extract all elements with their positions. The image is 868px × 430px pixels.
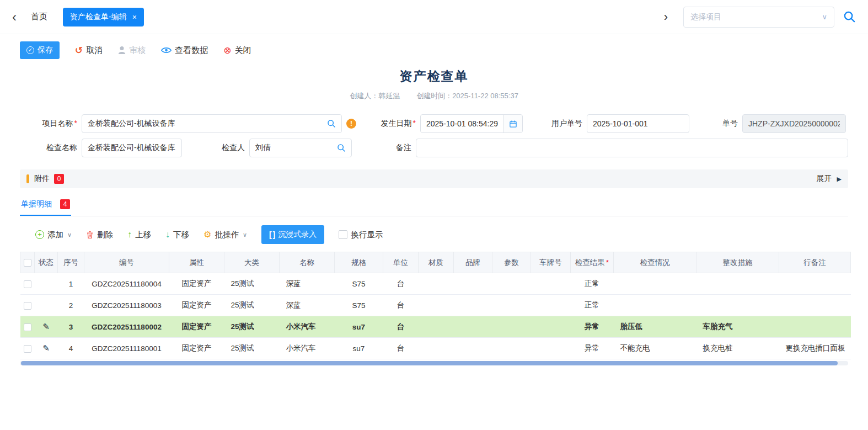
table-row[interactable]: 2GDZC202511180003固定资产25测试深蓝S75台正常 bbox=[20, 295, 851, 316]
scrollbar-thumb[interactable] bbox=[21, 361, 838, 365]
cell-attr: 固定资产 bbox=[169, 338, 224, 359]
project-name-input[interactable] bbox=[88, 119, 327, 128]
edit-pencil-icon[interactable]: ✎ bbox=[42, 322, 50, 331]
creator-label: 创建人： bbox=[350, 92, 378, 100]
row-checkbox[interactable] bbox=[24, 280, 31, 288]
attachment-expand-button[interactable]: 展开 ▶ bbox=[817, 174, 842, 184]
remark-input[interactable] bbox=[422, 144, 842, 152]
move-up-button[interactable]: ↑ 上移 bbox=[127, 230, 151, 240]
row-checkbox[interactable] bbox=[24, 323, 31, 331]
select-all-cell bbox=[20, 252, 35, 273]
table-row[interactable]: ✎3GDZC202511180002固定资产25测试小米汽车su7台异常胎压低车… bbox=[20, 316, 851, 338]
column-header-param: 参数 bbox=[492, 252, 531, 273]
required-asterisk: * bbox=[74, 119, 77, 128]
wrap-display-checkbox[interactable] bbox=[339, 230, 347, 239]
batch-operation-button[interactable]: ⚙ 批操作 ∨ bbox=[203, 230, 247, 240]
order-no-field bbox=[742, 114, 846, 133]
cell-measure bbox=[696, 295, 779, 316]
calendar-icon[interactable] bbox=[503, 115, 522, 132]
info-icon[interactable]: ! bbox=[346, 119, 356, 129]
check-name-input[interactable] bbox=[88, 144, 176, 152]
cell-result: 异常 bbox=[571, 316, 614, 338]
wrap-display-toggle[interactable]: 换行显示 bbox=[339, 230, 383, 240]
column-header-remark: 行备注 bbox=[779, 252, 851, 273]
cell-plate bbox=[531, 338, 571, 359]
tab-home[interactable]: 首页 bbox=[31, 12, 47, 22]
table-row[interactable]: 1GDZC202511180004固定资产25测试深蓝S75台正常 bbox=[20, 273, 851, 295]
project-name-field[interactable] bbox=[82, 114, 342, 133]
horizontal-scrollbar bbox=[20, 361, 848, 365]
column-header-seq: 序号 bbox=[58, 252, 84, 273]
forward-chevron-icon[interactable]: › bbox=[664, 10, 668, 24]
cell-status bbox=[35, 273, 58, 295]
header-form: 项目名称* ! 发生日期* 用户单号 单号 检查名称 检查人 bbox=[0, 114, 868, 157]
plus-icon: + bbox=[35, 230, 44, 239]
cell-unit: 台 bbox=[383, 273, 419, 295]
cell-spec: su7 bbox=[335, 316, 383, 338]
tab-close-icon[interactable]: × bbox=[132, 13, 137, 22]
cell-material bbox=[419, 338, 454, 359]
page-title: 资产检查单 bbox=[0, 68, 868, 85]
required-asterisk: * bbox=[606, 258, 609, 267]
project-select[interactable]: 选择项目 ∨ bbox=[683, 7, 834, 28]
view-data-button[interactable]: 查看数据 bbox=[161, 45, 208, 56]
row-checkbox[interactable] bbox=[24, 302, 31, 310]
save-button[interactable]: ✓ 保存 bbox=[20, 41, 60, 59]
check-name-field[interactable] bbox=[82, 139, 182, 157]
column-header-attr: 属性 bbox=[169, 252, 224, 273]
close-circle-icon: ⊗ bbox=[223, 46, 231, 55]
cell-name: 小米汽车 bbox=[280, 316, 335, 338]
cell-remark bbox=[779, 316, 851, 338]
undo-icon: ↺ bbox=[75, 46, 83, 55]
delete-button[interactable]: 删除 bbox=[86, 230, 113, 240]
add-button[interactable]: + 添加 ∨ bbox=[35, 230, 72, 240]
expand-arrow-icon: ▶ bbox=[837, 176, 842, 183]
cell-code[interactable]: GDZC202511180004 bbox=[84, 273, 169, 295]
immersive-entry-button[interactable]: [ ] 沉浸式录入 bbox=[261, 225, 324, 244]
cell-code[interactable]: GDZC202511180001 bbox=[84, 338, 169, 359]
attachment-count-badge: 0 bbox=[54, 174, 64, 184]
cell-code[interactable]: GDZC202511180003 bbox=[84, 295, 169, 316]
search-icon[interactable] bbox=[843, 10, 856, 23]
select-all-checkbox[interactable] bbox=[24, 259, 31, 267]
action-toolbar: ✓ 保存 ↺ 取消 审核 查看数据 ⊗ 关闭 bbox=[0, 34, 868, 65]
occur-date-input[interactable] bbox=[426, 119, 503, 128]
checker-input[interactable] bbox=[255, 144, 337, 152]
close-button[interactable]: ⊗ 关闭 bbox=[223, 45, 251, 56]
project-name-label: 项目名称* bbox=[20, 119, 77, 129]
row-checkbox[interactable] bbox=[24, 345, 31, 353]
cell-code[interactable]: GDZC202511180002 bbox=[84, 316, 169, 338]
doc-meta: 创建人：韩延温 创建时间：2025-11-22 08:55:37 bbox=[0, 91, 868, 101]
lookup-search-icon[interactable] bbox=[327, 119, 336, 128]
cell-result: 正常 bbox=[571, 273, 614, 295]
chevron-down-icon: ∨ bbox=[243, 231, 247, 238]
check-name-label: 检查名称 bbox=[20, 143, 77, 153]
cell-seq: 1 bbox=[58, 273, 84, 295]
cell-status bbox=[35, 295, 58, 316]
cell-category: 25测试 bbox=[224, 338, 280, 359]
remark-field[interactable] bbox=[416, 139, 848, 157]
user-order-no-input[interactable] bbox=[593, 119, 683, 128]
checker-field[interactable] bbox=[249, 139, 352, 157]
lookup-search-icon[interactable] bbox=[337, 144, 346, 152]
cell-condition bbox=[614, 295, 696, 316]
column-header-status: 状态 bbox=[35, 252, 58, 273]
occur-date-field[interactable] bbox=[420, 114, 523, 133]
tab-detail[interactable]: 单据明细 4 bbox=[20, 199, 71, 216]
row-select-cell bbox=[20, 316, 35, 338]
cell-result: 正常 bbox=[571, 295, 614, 316]
back-chevron-icon[interactable]: ‹ bbox=[12, 10, 17, 24]
audit-button[interactable]: 审核 bbox=[118, 45, 146, 56]
edit-pencil-icon[interactable]: ✎ bbox=[42, 343, 50, 353]
cell-name: 小米汽车 bbox=[280, 338, 335, 359]
user-order-no-field[interactable] bbox=[587, 114, 689, 133]
tab-active[interactable]: 资产检查单-编辑 × bbox=[63, 8, 144, 26]
arrow-down-icon: ↓ bbox=[165, 230, 170, 239]
move-down-button[interactable]: ↓ 下移 bbox=[165, 230, 189, 240]
cell-name: 深蓝 bbox=[280, 273, 335, 295]
checker-label: 检查人 bbox=[186, 143, 245, 153]
cancel-button[interactable]: ↺ 取消 bbox=[75, 45, 103, 56]
created-time-value: 2025-11-22 08:55:37 bbox=[452, 92, 518, 100]
cell-brand bbox=[454, 316, 492, 338]
table-row[interactable]: ✎4GDZC202511180001固定资产25测试小米汽车su7台异常不能充电… bbox=[20, 338, 851, 359]
